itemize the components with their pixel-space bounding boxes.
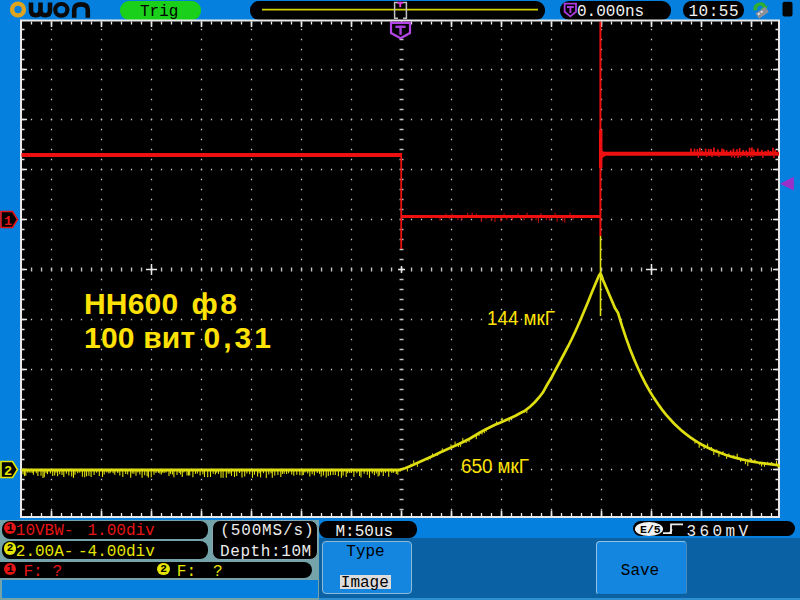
svg-text:1: 1 [4, 214, 12, 229]
svg-text:2: 2 [4, 464, 12, 479]
